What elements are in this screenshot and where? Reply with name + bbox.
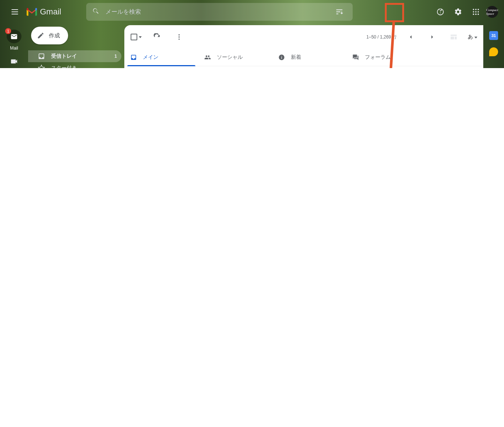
split-icon bbox=[450, 33, 458, 41]
inbox-tab-icon bbox=[130, 54, 137, 61]
tab-label: フォーラム bbox=[365, 54, 391, 61]
search-input[interactable] bbox=[105, 9, 326, 15]
left-rail: 1 Mail bbox=[0, 24, 28, 68]
svg-point-8 bbox=[478, 14, 479, 15]
mail-badge-count: 1 bbox=[5, 28, 11, 34]
tab-primary[interactable]: メイン bbox=[124, 49, 198, 66]
camera-icon bbox=[10, 57, 18, 65]
google-apps-button[interactable] bbox=[468, 4, 483, 19]
more-button[interactable] bbox=[172, 30, 187, 44]
gmail-product-name: Gmail bbox=[40, 7, 61, 17]
svg-point-10 bbox=[178, 36, 179, 37]
split-pane-button[interactable] bbox=[446, 30, 461, 44]
search-icon bbox=[92, 7, 100, 16]
hamburger-icon bbox=[11, 9, 18, 14]
search-options-button[interactable] bbox=[332, 4, 347, 19]
settings-button[interactable] bbox=[451, 4, 466, 19]
svg-point-4 bbox=[475, 11, 477, 13]
sidebar-item-label: 受信トレイ bbox=[51, 53, 77, 60]
chevron-left-icon bbox=[407, 34, 414, 40]
tune-icon bbox=[335, 8, 343, 16]
header-right: Compact Space bbox=[433, 4, 498, 19]
help-icon bbox=[436, 8, 444, 16]
svg-point-3 bbox=[473, 11, 474, 13]
prev-page-button[interactable] bbox=[403, 30, 418, 44]
mail-category-tabs: メイン ソーシャル 新着 フォーラム bbox=[124, 49, 483, 66]
chevron-down-icon bbox=[474, 37, 477, 38]
input-method-button[interactable]: あ bbox=[468, 34, 477, 40]
select-all-checkbox[interactable] bbox=[130, 33, 142, 41]
svg-point-6 bbox=[473, 14, 474, 15]
gmail-m-icon bbox=[27, 8, 37, 16]
sidebar-item-inbox[interactable]: 受信トレイ 1 bbox=[28, 50, 121, 62]
mail-list-panel: 1–50 / 1,269 行 あ メイン ソーシャル bbox=[124, 25, 483, 68]
tab-label: メイン bbox=[143, 54, 158, 61]
chevron-down-icon bbox=[139, 36, 142, 38]
gmail-logo[interactable]: Gmail bbox=[27, 7, 61, 17]
refresh-icon bbox=[153, 33, 161, 41]
tab-forums[interactable]: フォーラム bbox=[346, 49, 420, 66]
calendar-addon-button[interactable]: 31 bbox=[489, 31, 498, 40]
mail-app-button[interactable]: 1 bbox=[7, 30, 21, 43]
gmail-body: 1 Mail 作成 受信トレイ 1 スター付き bbox=[0, 24, 504, 68]
svg-point-0 bbox=[473, 9, 474, 10]
search-bar[interactable] bbox=[86, 3, 353, 21]
svg-point-7 bbox=[475, 14, 477, 15]
sidebar-item-label: スター付き bbox=[51, 65, 77, 68]
account-avatar[interactable]: Compact Space bbox=[486, 6, 498, 18]
header: Gmail Compact Space bbox=[0, 0, 504, 24]
keep-addon-button[interactable] bbox=[489, 47, 498, 56]
gear-icon bbox=[454, 8, 462, 16]
checkbox-icon bbox=[131, 34, 137, 40]
meet-button[interactable] bbox=[7, 54, 21, 68]
inbox-icon bbox=[38, 53, 45, 60]
pencil-icon bbox=[37, 32, 44, 39]
apps-grid-icon bbox=[472, 8, 480, 16]
support-button[interactable] bbox=[433, 4, 448, 19]
forum-icon bbox=[352, 54, 359, 61]
tab-updates[interactable]: 新着 bbox=[272, 49, 346, 66]
chevron-right-icon bbox=[429, 34, 436, 40]
refresh-button[interactable] bbox=[149, 30, 164, 44]
info-icon bbox=[278, 54, 285, 61]
people-icon bbox=[204, 54, 211, 61]
svg-point-9 bbox=[178, 34, 179, 36]
pager-text: 1–50 / 1,269 行 bbox=[366, 34, 397, 40]
more-vert-icon bbox=[175, 33, 183, 41]
svg-point-1 bbox=[475, 9, 477, 10]
tab-label: 新着 bbox=[291, 54, 301, 61]
sidebar-nav: 作成 受信トレイ 1 スター付き bbox=[28, 24, 124, 68]
envelope-icon bbox=[10, 33, 18, 40]
svg-point-2 bbox=[478, 9, 479, 10]
mail-label: Mail bbox=[10, 46, 18, 51]
compose-label: 作成 bbox=[49, 32, 60, 39]
mail-toolbar: 1–50 / 1,269 行 あ bbox=[124, 28, 483, 46]
main-menu-button[interactable] bbox=[6, 3, 24, 21]
sidebar-item-count: 1 bbox=[114, 54, 117, 59]
sidebar-item-starred[interactable]: スター付き bbox=[28, 62, 121, 68]
gmail-main-window: Gmail Compact Space 1 Mail bbox=[0, 0, 504, 68]
svg-point-11 bbox=[178, 38, 179, 40]
right-rail: 31 bbox=[483, 24, 504, 68]
tab-social[interactable]: ソーシャル bbox=[198, 49, 272, 66]
next-page-button[interactable] bbox=[425, 30, 440, 44]
tab-label: ソーシャル bbox=[217, 54, 243, 61]
svg-point-5 bbox=[478, 11, 479, 13]
compose-button[interactable]: 作成 bbox=[31, 27, 68, 44]
star-icon bbox=[38, 64, 45, 68]
